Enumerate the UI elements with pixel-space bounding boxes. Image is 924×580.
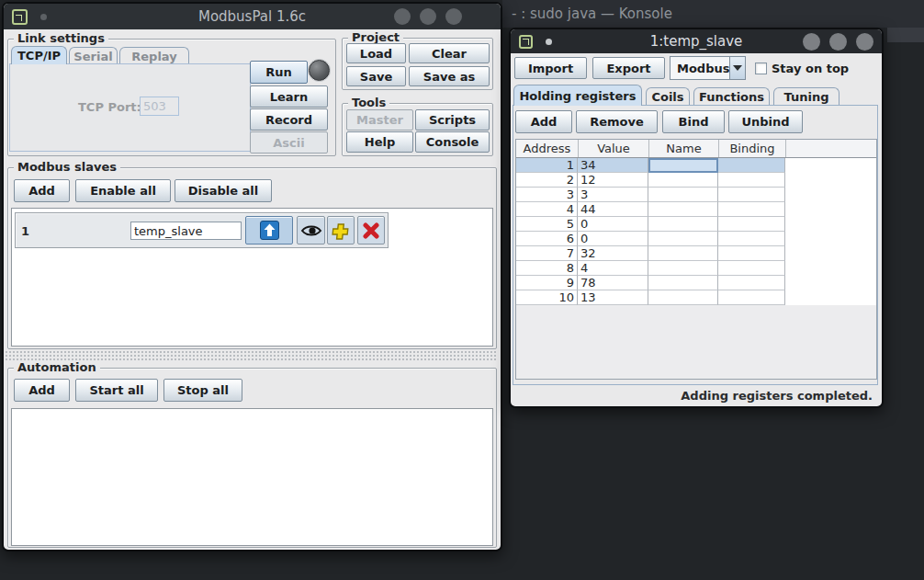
record-button[interactable]: Record [250,108,328,131]
table-row[interactable]: 134 [516,158,876,173]
table-cell-addr[interactable]: 1 [516,158,578,173]
ascii-button[interactable]: Ascii [250,131,328,154]
slave-window-titlebar[interactable]: 1:temp_slave [511,29,882,53]
table-cell-bnd[interactable] [718,158,785,173]
slave-view-button[interactable] [297,216,325,245]
table-cell-val[interactable]: 44 [578,202,648,217]
table-cell-addr[interactable]: 3 [516,188,578,202]
registers-table-header[interactable]: Address Value Name Binding [516,140,876,158]
table-cell-bnd[interactable] [718,188,785,202]
table-cell-val[interactable]: 32 [578,246,648,261]
table-cell-val[interactable]: 0 [578,217,648,232]
scripts-button[interactable]: Scripts [415,109,490,131]
window-button-circle-icon[interactable] [803,33,820,51]
load-button[interactable]: Load [346,43,406,63]
slave-window-controls[interactable] [803,33,873,51]
table-row[interactable]: 732 [516,246,876,261]
window-button-circle-icon[interactable] [394,8,411,25]
run-button[interactable]: Run [250,61,308,84]
window-button-circle-icon[interactable] [420,8,436,25]
table-cell-val[interactable]: 34 [578,158,648,173]
table-cell-val[interactable]: 3 [578,188,648,202]
table-row[interactable]: 60 [516,232,876,246]
import-button[interactable]: Import [514,57,587,79]
tcp-port-input[interactable] [140,97,179,116]
help-button[interactable]: Help [346,131,413,153]
table-cell-addr[interactable]: 10 [516,290,578,305]
slave-delete-button[interactable] [357,216,385,245]
console-button[interactable]: Console [415,131,490,153]
window-button-circle-icon[interactable] [856,33,873,51]
register-add-button[interactable]: Add [515,110,572,133]
table-cell-val[interactable]: 13 [578,290,648,305]
enable-all-button[interactable]: Enable all [75,179,171,202]
table-cell-addr[interactable]: 2 [516,173,578,188]
table-cell-bnd[interactable] [718,217,785,232]
table-cell-bnd[interactable] [718,232,785,246]
table-cell-nm[interactable] [648,173,718,188]
table-row[interactable]: 84 [516,261,876,276]
table-cell-val[interactable]: 0 [578,232,648,246]
start-all-button[interactable]: Start all [75,379,158,402]
table-cell-val[interactable]: 78 [578,276,648,290]
modbuspal-app-icon[interactable] [12,9,28,25]
automation-add-button[interactable]: Add [14,379,70,402]
main-window-titlebar[interactable]: ModbusPal 1.6c [4,4,501,29]
learn-button[interactable]: Learn [250,85,328,108]
tab-tcpip[interactable]: TCP/IP [11,46,67,64]
table-cell-addr[interactable]: 8 [516,261,578,276]
save-button[interactable]: Save [346,66,406,86]
tab-functions[interactable]: Functions [693,87,770,106]
tab-replay[interactable]: Replay [119,47,189,64]
table-cell-nm[interactable] [648,290,718,305]
table-cell-bnd[interactable] [718,173,785,188]
table-cell-bnd[interactable] [718,290,785,305]
tab-serial[interactable]: Serial [69,47,118,64]
tab-tuning[interactable]: Tuning [773,87,839,106]
table-cell-nm[interactable] [648,261,718,276]
table-cell-nm[interactable] [648,158,718,173]
window-button-circle-icon[interactable] [829,33,847,51]
slave-name-input[interactable] [130,222,242,240]
disable-all-button[interactable]: Disable all [175,179,272,202]
register-remove-button[interactable]: Remove [576,110,658,133]
register-unbind-button[interactable]: Unbind [728,110,803,133]
table-cell-bnd[interactable] [718,246,785,261]
stay-on-top-checkbox[interactable] [755,63,767,74]
column-header-binding[interactable]: Binding [719,140,786,157]
table-cell-val[interactable]: 4 [578,261,648,276]
tab-coils[interactable]: Coils [646,87,690,106]
registers-table[interactable]: Address Value Name Binding 1342123344450… [515,139,877,380]
table-cell-addr[interactable]: 4 [516,202,578,217]
table-cell-addr[interactable]: 9 [516,276,578,290]
table-cell-bnd[interactable] [718,276,785,290]
column-header-address[interactable]: Address [516,140,579,157]
table-cell-bnd[interactable] [718,261,785,276]
table-row[interactable]: 33 [516,188,876,202]
main-window-controls[interactable] [394,8,462,25]
export-button[interactable]: Export [592,57,665,79]
stop-all-button[interactable]: Stop all [163,379,242,402]
table-cell-nm[interactable] [648,217,718,232]
table-cell-nm[interactable] [648,232,718,246]
table-cell-addr[interactable]: 7 [516,246,578,261]
column-header-value[interactable]: Value [579,140,649,157]
table-cell-nm[interactable] [648,188,718,202]
table-row[interactable]: 1013 [516,290,876,305]
table-row[interactable]: 212 [516,173,876,188]
modbuspal-app-icon[interactable] [519,35,533,49]
table-row[interactable]: 444 [516,202,876,217]
slave-add-automation-button[interactable] [327,216,355,245]
table-row[interactable]: 978 [516,276,876,290]
chevron-down-icon[interactable] [729,57,745,79]
modbus-combobox[interactable]: Modbus [670,56,746,80]
table-cell-nm[interactable] [648,246,718,261]
table-row[interactable]: 50 [516,217,876,232]
table-cell-addr[interactable]: 6 [516,232,578,246]
window-button-circle-icon[interactable] [445,8,462,25]
clear-button[interactable]: Clear [409,43,490,63]
table-cell-addr[interactable]: 5 [516,217,578,232]
slave-enable-toggle-button[interactable] [245,216,293,245]
table-cell-nm[interactable] [648,202,718,217]
master-button[interactable]: Master [346,109,413,131]
